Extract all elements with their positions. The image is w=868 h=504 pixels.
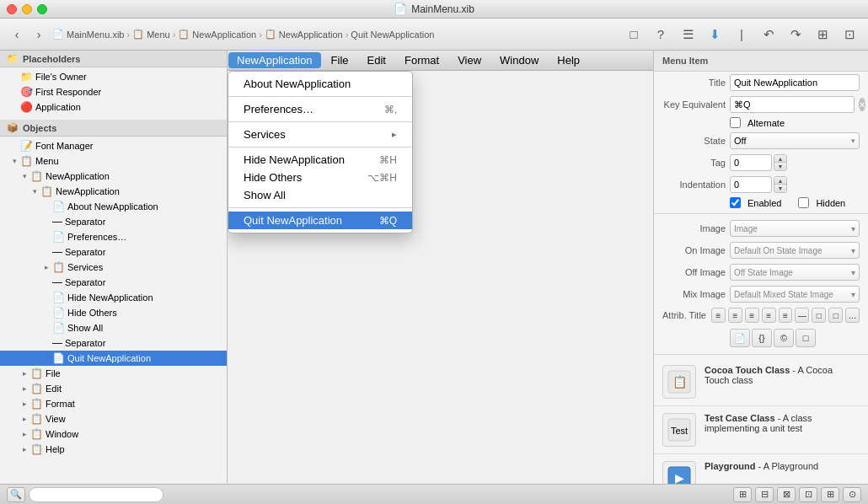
sidebar-item-help[interactable]: 📋 Help [0,442,227,457]
dropdown-item-preferences[interactable]: Preferences… ⌘, [228,100,412,118]
toolbar-action-2[interactable]: ? [649,23,672,46]
sidebar-item-sep-2[interactable]: — Separator [0,244,227,260]
nav-back-button[interactable]: ‹ [7,24,27,45]
minimize-button[interactable] [22,4,32,14]
menubar-item-edit[interactable]: Edit [359,52,394,68]
sidebar-item-show-all[interactable]: 📄 Show All [0,320,227,335]
dropdown-item-hide-others[interactable]: Hide Others ⌥⌘H [228,169,412,186]
format-icon-circle[interactable]: © [774,329,794,347]
sidebar-item-window[interactable]: 📋 Window [0,426,227,442]
bottom-btn-1[interactable]: ⊞ [733,487,752,502]
on-image-select[interactable]: Default On State Image ▾ [730,242,860,259]
indentation-input[interactable] [730,176,772,193]
alternate-checkbox[interactable] [730,117,741,128]
sidebar-item-first-responder[interactable]: 🎯 First Responder [0,84,227,99]
key-equiv-input[interactable] [730,96,855,113]
breadcrumb-item-0[interactable]: 📄 MainMenu.xib [52,29,124,40]
key-equiv-clear-button[interactable]: ✕ [859,98,865,111]
tag-input[interactable] [730,154,772,171]
dropdown-item-services[interactable]: Services ▸ [228,126,412,143]
sidebar-item-services[interactable]: 📋 Services [0,260,227,275]
toolbar-action-1[interactable]: □ [622,23,646,46]
breadcrumb-item-4[interactable]: Quit NewApplication [351,29,434,40]
dropdown-item-hide-newapp[interactable]: Hide NewApplication ⌘H [228,151,412,169]
tag-stepper-down[interactable]: ▼ [774,163,786,170]
toolbar-action-6[interactable]: ↶ [757,23,780,46]
bottom-search-input[interactable] [29,487,163,502]
enabled-checkbox[interactable] [730,197,741,208]
indentation-stepper-down[interactable]: ▼ [774,185,786,192]
attrib-btn-box-1[interactable]: □ [812,308,826,323]
sidebar-item-font-manager[interactable]: ▸ 📝 Font Manager [0,138,227,153]
bottom-search-icon-button[interactable]: 🔍 [7,487,25,502]
menubar-item-help[interactable]: Help [549,52,588,68]
attrib-btn-box-2[interactable]: □ [828,308,843,323]
sidebar-item-sep-1[interactable]: — Separator [0,214,227,229]
sidebar-item-sep-3[interactable]: — Separator [0,275,227,290]
bottom-btn-5[interactable]: ⊞ [821,487,839,502]
dropdown-item-about[interactable]: About NewApplication [228,75,412,93]
image-placeholder: Image [734,224,758,233]
toolbar-action-9[interactable]: ⊡ [838,23,861,46]
toolbar-action-4[interactable]: ⬇ [703,23,726,46]
bottom-btn-6[interactable]: ⊙ [843,487,861,502]
attrib-btn-right-align[interactable]: ≡ [745,308,759,323]
off-image-select[interactable]: Off State Image ▾ [730,264,860,281]
format-icon-square[interactable]: □ [796,329,816,347]
indentation-stepper-up[interactable]: ▲ [774,177,786,185]
class-card-cocoa[interactable]: 📋 Cocoa Touch Class - A Cocoa Touch clas… [654,358,868,406]
sidebar-item-application[interactable]: 🔴 Application [0,99,227,115]
maximize-button[interactable] [37,4,47,14]
breadcrumb-label-0: MainMenu.xib [67,29,124,40]
bottom-btn-4[interactable]: ⊡ [799,487,817,502]
attrib-btn-left-align[interactable]: ≡ [711,308,726,323]
sidebar-item-files-owner[interactable]: 📁 File's Owner [0,69,227,84]
sidebar-item-edit[interactable]: 📋 Edit [0,381,227,396]
attrib-btn-dash[interactable]: — [795,308,809,323]
sidebar-item-sep-4[interactable]: — Separator [0,335,227,351]
format-icon-doc[interactable]: 📄 [730,329,750,347]
attrib-btn-justify[interactable]: ≡ [762,308,776,323]
sidebar-item-format[interactable]: 📋 Format [0,396,227,411]
state-select[interactable]: Off ▾ [730,132,860,149]
nav-fwd-button[interactable]: › [29,24,49,45]
tag-stepper-up[interactable]: ▲ [774,155,786,163]
class-card-playground[interactable]: ▶ Playground - A Playground [654,454,868,484]
menubar-item-view[interactable]: View [449,52,490,68]
sidebar-item-view[interactable]: 📋 View [0,411,227,426]
close-button[interactable] [7,4,17,14]
sidebar-item-quit[interactable]: 📄 Quit NewApplication [0,351,227,366]
dropdown-item-show-all[interactable]: Show All [228,186,412,204]
sidebar-item-file[interactable]: 📋 File [0,366,227,381]
toolbar-action-7[interactable]: ↷ [784,23,807,46]
sidebar-item-hide-newapp[interactable]: 📄 Hide NewApplication [0,290,227,305]
sidebar-item-preferences[interactable]: 📄 Preferences… [0,229,227,244]
toolbar-action-5[interactable]: | [730,23,753,46]
image-select[interactable]: Image ▾ [730,220,860,237]
attrib-btn-center-align[interactable]: ≡ [728,308,742,323]
attrib-btn-natural[interactable]: ≡ [779,308,793,323]
toolbar-action-3[interactable]: ☰ [676,23,699,46]
breadcrumb-item-1[interactable]: 📋 Menu [132,29,170,40]
menubar-item-file[interactable]: File [323,52,357,68]
hidden-checkbox[interactable] [798,197,809,208]
sidebar-item-about[interactable]: 📄 About NewApplication [0,199,227,214]
title-input[interactable] [730,74,860,91]
format-icon-curly[interactable]: {} [752,329,772,347]
sidebar-item-newapp-1[interactable]: 📋 NewApplication [0,169,227,184]
bottom-btn-3[interactable]: ⊠ [777,487,796,502]
menubar-item-window[interactable]: Window [491,52,547,68]
toolbar-action-8[interactable]: ⊞ [811,23,834,46]
dropdown-item-quit[interactable]: Quit NewApplication ⌘Q [228,212,412,229]
class-card-test[interactable]: Test Test Case Class - A class implement… [654,406,868,454]
sidebar-item-newapp-2[interactable]: 📋 NewApplication [0,184,227,199]
breadcrumb-item-2[interactable]: 📋 NewApplication [178,29,256,40]
mix-image-select[interactable]: Default Mixed State Image ▾ [730,286,860,303]
attrib-btn-ellipsis[interactable]: … [845,308,860,323]
sidebar-item-menu[interactable]: 📋 Menu [0,153,227,169]
menubar-item-format[interactable]: Format [396,52,447,68]
sidebar-item-hide-others[interactable]: 📄 Hide Others [0,305,227,320]
bottom-btn-2[interactable]: ⊟ [755,487,774,502]
menubar-item-newapplication[interactable]: NewApplication [228,52,321,68]
breadcrumb-item-3[interactable]: 📋 NewApplication [265,29,343,40]
